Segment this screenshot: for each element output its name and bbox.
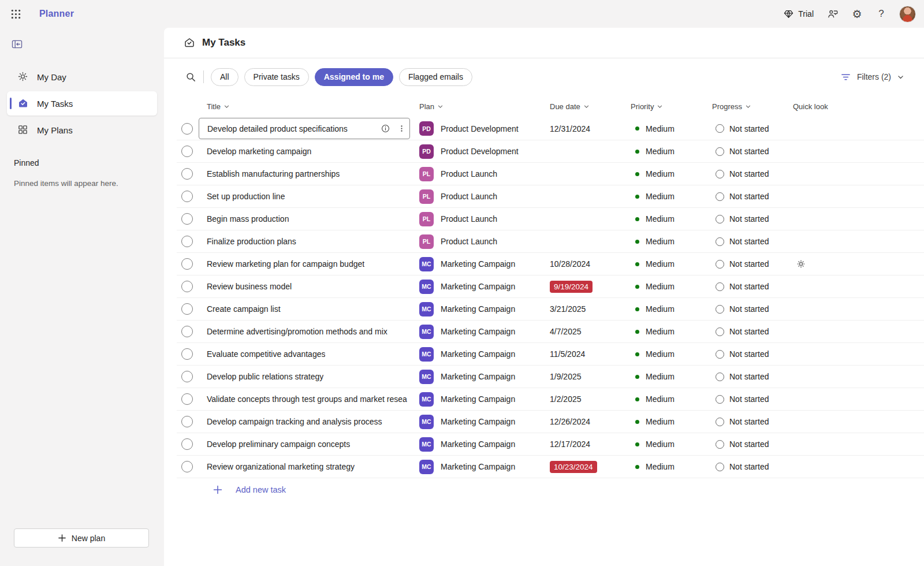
filter-pill-private-tasks[interactable]: Private tasks (244, 68, 309, 86)
task-title[interactable]: Review organizational marketing strategy (199, 462, 355, 471)
my-day-sun-icon[interactable] (796, 259, 806, 269)
plan-name[interactable]: Marketing Campaign (441, 349, 515, 359)
plan-badge[interactable]: PL (419, 212, 434, 226)
plan-name[interactable]: Marketing Campaign (441, 462, 515, 471)
task-complete-circle[interactable] (181, 123, 193, 135)
plan-name[interactable]: Product Launch (441, 192, 497, 201)
plan-badge[interactable]: MC (419, 370, 434, 384)
filter-pill-all[interactable]: All (211, 68, 239, 86)
new-plan-button[interactable]: New plan (14, 528, 149, 548)
task-title[interactable]: Develop detailed product specifications (199, 124, 377, 133)
plan-name[interactable]: Product Launch (441, 169, 497, 178)
column-header-due-date[interactable]: Due date (550, 102, 631, 111)
task-title[interactable]: Develop marketing campaign (199, 147, 311, 156)
task-complete-circle[interactable] (181, 258, 193, 270)
task-title[interactable]: Determine advertising/promotion methods … (199, 327, 388, 336)
task-title[interactable]: Validate concepts through test groups an… (199, 394, 407, 404)
plan-badge[interactable]: PL (419, 189, 434, 204)
task-complete-circle[interactable] (181, 371, 193, 382)
task-complete-circle[interactable] (181, 416, 193, 427)
filter-pill-flagged-emails[interactable]: Flagged emails (399, 68, 472, 86)
plan-badge[interactable]: MC (419, 347, 434, 362)
settings-button[interactable]: ⚙ (847, 4, 867, 24)
task-complete-circle[interactable] (181, 281, 193, 292)
plan-badge[interactable]: MC (419, 460, 434, 474)
task-complete-circle[interactable] (181, 236, 193, 247)
task-title[interactable]: Create campaign list (199, 304, 281, 314)
plan-badge[interactable]: PD (419, 144, 434, 159)
trial-badge[interactable]: Trial (778, 6, 818, 22)
help-button[interactable]: ? (871, 4, 891, 24)
plan-name[interactable]: Marketing Campaign (441, 417, 515, 426)
task-complete-circle[interactable] (181, 393, 193, 405)
plan-badge[interactable]: MC (419, 257, 434, 271)
task-complete-circle[interactable] (181, 348, 193, 360)
search-button[interactable] (181, 68, 200, 86)
plan-badge[interactable]: MC (419, 392, 434, 407)
column-header-quick-look[interactable]: Quick look (793, 102, 924, 111)
plan-badge[interactable]: MC (419, 415, 434, 429)
plan-name[interactable]: Product Launch (441, 237, 497, 246)
user-avatar[interactable] (899, 6, 916, 23)
task-title[interactable]: Set up production line (199, 192, 285, 201)
column-header-label: Plan (419, 102, 434, 111)
column-header-title[interactable]: Title (199, 102, 410, 111)
plan-badge[interactable]: PL (419, 167, 434, 181)
task-row: Develop public relations strategyMCMarke… (177, 365, 924, 388)
cell-checkbox (177, 123, 199, 135)
column-header-progress[interactable]: Progress (712, 102, 793, 111)
task-complete-circle[interactable] (181, 213, 193, 225)
task-info-button[interactable] (377, 121, 393, 137)
task-title[interactable]: Establish manufacturing partnerships (199, 169, 340, 178)
sidebar-item-my-plans[interactable]: My Plans (7, 118, 157, 142)
plan-badge[interactable]: MC (419, 302, 434, 316)
task-title[interactable]: Develop public relations strategy (199, 372, 323, 381)
task-title[interactable]: Evaluate competitive advantages (199, 349, 325, 359)
task-title[interactable]: Develop preliminary campaign concepts (199, 440, 350, 449)
plan-name[interactable]: Marketing Campaign (441, 372, 515, 381)
column-header-priority[interactable]: Priority (631, 102, 712, 111)
plan-name[interactable]: Product Development (441, 147, 519, 156)
sidebar-item-my-day[interactable]: My Day (7, 65, 157, 89)
task-complete-circle[interactable] (181, 303, 193, 315)
task-title[interactable]: Develop campaign tracking and analysis p… (199, 417, 382, 426)
task-complete-circle[interactable] (181, 146, 193, 157)
plan-name[interactable]: Marketing Campaign (441, 282, 515, 291)
collapse-sidebar-button[interactable] (8, 36, 25, 52)
plan-name[interactable]: Marketing Campaign (441, 259, 515, 269)
task-complete-circle[interactable] (181, 438, 193, 450)
task-more-options-button[interactable] (393, 121, 409, 137)
plan-name[interactable]: Marketing Campaign (441, 304, 515, 314)
plan-name[interactable]: Marketing Campaign (441, 440, 515, 449)
plan-name[interactable]: Marketing Campaign (441, 394, 515, 404)
task-title[interactable]: Review marketing plan for campaign budge… (199, 259, 364, 269)
plan-badge[interactable]: MC (419, 280, 434, 294)
filters-dropdown-button[interactable]: Filters (2) (840, 72, 904, 83)
selected-task-title-box[interactable]: Develop detailed product specifications (199, 118, 410, 139)
sidebar-item-my-tasks[interactable]: My Tasks (7, 91, 157, 116)
task-complete-circle[interactable] (181, 326, 193, 337)
priority-medium-dot (635, 465, 639, 469)
filter-pill-assigned-to-me[interactable]: Assigned to me (315, 68, 393, 86)
task-title[interactable]: Begin mass production (199, 214, 289, 224)
plan-name[interactable]: Product Development (441, 124, 519, 133)
priority-medium-dot (635, 375, 639, 379)
feedback-button[interactable] (823, 4, 843, 24)
plan-badge[interactable]: MC (419, 437, 434, 452)
task-complete-circle[interactable] (181, 168, 193, 180)
app-launcher-button[interactable] (6, 4, 25, 24)
plan-badge[interactable]: PD (419, 121, 434, 136)
priority-label: Medium (646, 304, 675, 314)
plan-name[interactable]: Marketing Campaign (441, 327, 515, 336)
add-new-task-button[interactable]: Add new task (177, 478, 924, 501)
task-complete-circle[interactable] (181, 461, 193, 472)
plan-name[interactable]: Product Launch (441, 214, 497, 224)
priority-medium-dot (635, 420, 639, 424)
task-title[interactable]: Finalize production plans (199, 237, 296, 246)
task-title[interactable]: Review business model (199, 282, 292, 291)
task-complete-circle[interactable] (181, 191, 193, 202)
plan-badge[interactable]: MC (419, 325, 434, 339)
plan-badge[interactable]: PL (419, 234, 434, 249)
column-header-plan[interactable]: Plan (419, 102, 550, 111)
cell-due-date: 3/21/2025 (550, 304, 631, 314)
